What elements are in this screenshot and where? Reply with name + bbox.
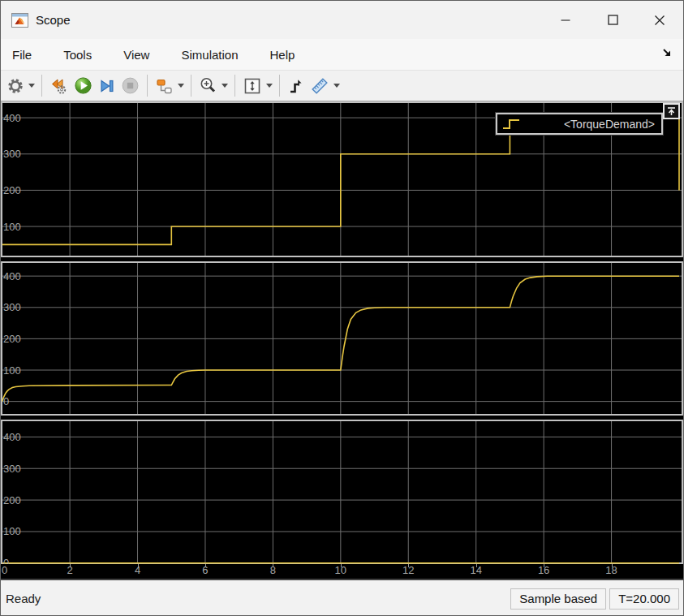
y-tick-label: 300 [3,148,21,160]
chevron-down-icon [266,84,273,88]
menu-overflow-arrow-icon[interactable] [660,46,673,59]
gear-icon [6,77,24,95]
trigger-icon [287,77,305,95]
x-tick-label: 18 [605,565,617,576]
toolbar-separator [41,75,42,97]
step-back-button[interactable] [47,75,71,97]
minimize-button[interactable] [542,1,589,39]
highlight-simulink-block-button[interactable] [153,75,176,97]
menu-view[interactable]: View [123,43,149,67]
status-sim-time: T=20.000 [609,588,679,610]
fit-to-view-dropdown[interactable] [265,75,274,97]
x-tick-label: 8 [270,565,276,576]
cursor-measurements-button[interactable] [308,75,332,97]
plot-torque-response[interactable]: 0100200300400 [1,261,683,416]
chevron-down-icon [222,84,228,88]
x-tick-label: 6 [202,565,208,576]
fit-to-view-button[interactable] [240,75,265,97]
x-tick-label: 2 [67,565,72,576]
y-tick-label: 0 [3,557,9,564]
fit-to-view-icon [243,76,262,96]
close-icon [654,15,665,26]
x-axis-labels: 024681012141618 [1,564,683,579]
maximize-axes-button[interactable] [663,103,680,119]
y-tick-label: 400 [3,270,21,282]
plot-torque-demand[interactable]: <TorqueDemand> 100200300400 [1,101,683,257]
toolbar-separator [234,75,235,97]
status-text: Ready [6,592,41,605]
toolbar-separator [191,75,191,97]
toolbar [1,71,683,101]
status-sample-mode: Sample based [510,588,606,610]
legend[interactable]: <TorqueDemand> [496,113,663,135]
signal-selector-icon [155,77,174,95]
step-forward-button[interactable] [95,75,118,97]
y-tick-label: 200 [3,184,21,196]
zoom-in-icon [199,76,217,95]
step-forward-icon [97,77,116,95]
maximize-icon [608,15,618,25]
y-tick-label: 0 [3,395,9,407]
chevron-down-icon [28,84,35,88]
matlab-scope-icon [11,13,28,28]
x-tick-label: 12 [402,565,414,576]
chevron-down-icon [178,84,184,88]
y-tick-label: 200 [3,333,21,345]
y-tick-label: 300 [3,463,21,475]
toolbar-separator [279,75,280,97]
y-tick-label: 400 [3,112,21,124]
legend-line-icon [501,115,522,133]
stop-button[interactable] [118,75,142,97]
legend-label: <TorqueDemand> [564,118,661,131]
zoom-dropdown[interactable] [220,75,230,97]
x-tick-label: 16 [538,565,549,576]
close-button[interactable] [636,1,683,39]
cursor-measurements-dropdown[interactable] [332,75,342,97]
step-back-icon [49,77,69,95]
chevron-down-icon [333,84,340,88]
pop-out-arrow-icon [666,106,677,117]
y-tick-label: 400 [3,431,21,443]
scope-canvas: <TorqueDemand> 100200300400 010020030040… [1,101,683,579]
x-tick-label: 4 [135,565,140,576]
plot-third-signal[interactable]: 0100200300400 [1,420,683,564]
scope-window: Scope File Tools View Simulation Help [0,0,684,616]
run-button[interactable] [71,75,95,97]
measurements-icon [310,76,329,96]
highlight-simulink-block-dropdown[interactable] [176,75,186,97]
run-icon [74,76,92,95]
plot-border [2,420,682,563]
y-tick-label: 100 [3,364,21,377]
menu-file[interactable]: File [12,43,32,67]
title-bar[interactable]: Scope [1,1,683,39]
minimize-icon [561,15,570,25]
x-tick-label: 0 [2,565,7,576]
zoom-button[interactable] [196,75,220,97]
configuration-properties-button[interactable] [4,75,27,97]
plot-svg: 0100200300400 [1,261,683,416]
toolbar-separator [147,75,148,97]
triggers-button[interactable] [285,75,308,97]
y-tick-label: 100 [3,221,21,233]
menu-bar: File Tools View Simulation Help [1,39,683,71]
configuration-properties-dropdown[interactable] [27,75,37,97]
y-tick-label: 300 [3,301,21,313]
status-bar: Ready Sample based T=20.000 [1,579,683,616]
y-tick-label: 100 [3,525,21,537]
menu-simulation[interactable]: Simulation [181,43,238,67]
maximize-button[interactable] [589,1,636,39]
stop-icon [121,76,140,95]
menu-tools[interactable]: Tools [63,43,92,67]
window-title: Scope [36,13,71,27]
menu-help[interactable]: Help [270,43,295,67]
x-tick-label: 14 [470,565,481,576]
x-tick-label: 10 [335,565,346,576]
plot-svg: 0100200300400 [1,420,683,564]
y-tick-label: 200 [3,494,21,506]
